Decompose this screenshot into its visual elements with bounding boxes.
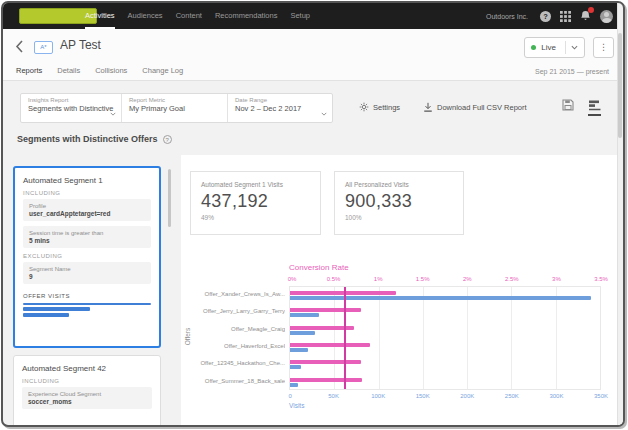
segment-rule: Segment Name9 [23,262,151,284]
app-window: ActivitiesAudiencesContentRecommendation… [1,1,625,427]
notifications-bell-icon[interactable] [580,10,591,22]
axis-tick: 150K [416,393,430,399]
gear-icon [359,102,369,112]
org-name[interactable]: Outdoors Inc. [486,13,528,20]
nav-item-activities[interactable]: Activities [85,3,115,29]
conversion-rate-bar [290,343,370,347]
chart-bar-row [290,356,600,373]
segment-visits-card: Automated Segment 1 Visits 437,192 49% [190,171,321,235]
chevron-down-icon [110,112,116,116]
activity-header: A* AP Test Live ⋮ ReportsDetailsCollisio… [3,29,623,81]
conversion-rate-bar [290,308,361,312]
save-report-icon[interactable] [562,99,574,116]
offer-label: Offer_Meagle_Craig [188,326,285,332]
window-scrollbar-thumb[interactable] [618,33,622,138]
user-avatar[interactable] [600,10,613,23]
axis-tick: 350K [594,393,608,399]
app-grid-icon[interactable] [560,11,571,22]
more-options-button[interactable]: ⋮ [593,37,614,58]
nav-item-setup[interactable]: Setup [290,3,310,29]
segment-rule-heading: EXCLUDING [23,253,151,259]
offer-link[interactable] [23,313,69,317]
offer-link[interactable] [23,307,90,311]
offer-label: Offer_Xander_Crews_Is_Aw... [188,291,285,297]
visits-axis: 050K100K150K200K250K300K350K [289,393,601,401]
nav-item-recommendations[interactable]: Recommendations [215,3,278,29]
offers-bar-chart: Conversion Rate 0%0.5%1%1.5%2%2.5%3%3.5%… [188,255,613,425]
section-help-icon[interactable]: ? [163,135,172,144]
tab-collisions[interactable]: Collisions [95,66,127,75]
date-range-dropdown[interactable]: Date Range Nov 2 – Dec 2 2017 [228,94,332,122]
tab-details[interactable]: Details [57,66,80,75]
segment-rule-label: Profile [29,203,145,209]
bar-chart-view-icon[interactable] [588,100,601,116]
axis-tick: 2.5% [505,276,519,282]
status-label: Live [541,43,556,52]
segment-card-automated-segment-42[interactable]: Automated Segment 42INCLUDINGExperience … [13,355,161,427]
chevron-down-icon [571,45,578,50]
tab-change-log[interactable]: Change Log [142,66,183,75]
segment-card-title: Automated Segment 42 [22,364,152,373]
conversion-rate-bar [290,378,362,382]
axis-tick: 0.5% [327,276,341,282]
axis-tick: 50K [328,393,339,399]
visits-bar [290,296,591,300]
axis-tick: 300K [549,393,563,399]
chart-bar-row [290,322,600,339]
chart-title: Conversion Rate [289,263,349,272]
segment-rule-value: 9 [29,273,145,280]
chart-bar-row [290,304,600,321]
visits-bar [290,348,308,352]
settings-button[interactable]: Settings [359,102,400,112]
axis-tick: 3.5% [594,276,608,282]
offer-link[interactable] [23,303,151,305]
live-status-dot [531,45,536,50]
offers-axis-label: Offers [184,328,191,346]
activity-date-range: Sep 21 2015 — present [535,68,609,75]
axis-tick: 100K [371,393,385,399]
nav-item-content[interactable]: Content [176,3,202,29]
topnav-items: ActivitiesAudiencesContentRecommendation… [85,3,310,29]
axis-tick: 200K [460,393,474,399]
visits-bar [290,313,319,317]
segment-rule: Profileuser_cardApptetarget=red [23,199,151,221]
chevron-down-icon [321,112,327,116]
back-chevron-icon[interactable] [15,40,27,54]
report-metric-dropdown[interactable]: Report Metric My Primary Goal [122,94,228,122]
nav-item-audiences[interactable]: Audiences [128,3,163,29]
offer-visits-heading: OFFER VISITS [23,293,151,299]
axis-tick: 1% [374,276,383,282]
report-filter-bar: Insights Report Segments with Distinctiv… [20,93,333,123]
axis-tick: 2% [463,276,472,282]
tab-bar: ReportsDetailsCollisionsChange Log [16,66,183,75]
window-scrollbar-track[interactable] [617,3,623,425]
visits-bar [290,365,301,369]
tab-reports[interactable]: Reports [16,66,42,75]
section-title-row: Segments with Distinctive Offers ? [17,134,172,144]
help-icon[interactable]: ? [540,11,551,22]
segment-card-title: Automated Segment 1 [23,176,151,185]
top-navigation-bar: ActivitiesAudiencesContentRecommendation… [3,3,623,29]
average-conversion-reference-line [344,287,346,389]
segment-rule: Session time is greater than5 mins [23,226,151,248]
section-title: Segments with Distinctive Offers [17,134,158,144]
insights-report-dropdown[interactable]: Insights Report Segments with Distinctiv… [21,94,122,122]
axis-tick: 0% [288,276,297,282]
page-title: AP Test [60,38,101,52]
axis-tick: 0 [288,393,291,399]
segment-rule-heading: INCLUDING [22,378,152,384]
visits-bar [290,331,315,335]
segment-card-automated-segment-1[interactable]: Automated Segment 1INCLUDINGProfileuser_… [13,166,161,348]
chart-bar-row [290,339,600,356]
status-dropdown[interactable]: Live [524,37,585,58]
activity-type-badge: A* [34,41,53,54]
chart-bar-row [290,287,600,304]
all-visits-card: All Personalized Visits 900,333 100% [334,171,464,235]
notification-badge [588,7,594,13]
conversion-rate-axis: 0%0.5%1%1.5%2%2.5%3%3.5% [289,276,601,284]
visits-bar [290,383,298,387]
sidebar-scrollbar[interactable] [168,169,171,227]
topnav-right-cluster: Outdoors Inc. ? [486,3,613,29]
download-csv-button[interactable]: Download Full CSV Report [423,102,527,112]
offer-label: Offer_Haverford_Excel [188,343,285,349]
